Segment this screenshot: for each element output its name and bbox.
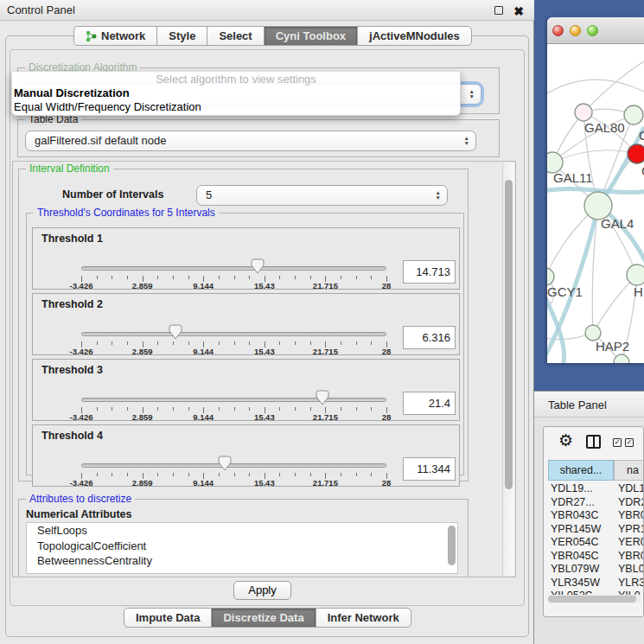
tab-cyni-toolbox[interactable]: Cyni Toolbox <box>264 26 358 46</box>
combo-arrows-icon: ▲▼ <box>436 190 441 201</box>
checkbox-icon[interactable]: ✓ <box>625 438 634 447</box>
tab-label: Style <box>169 27 195 45</box>
h-node[interactable] <box>627 265 644 285</box>
gcy1-node[interactable] <box>547 268 554 285</box>
threshold-value-field[interactable]: 14.713 <box>403 260 456 284</box>
cell-shared-name: YPR145W <box>551 523 601 537</box>
number-of-intervals-label: Number of Intervals <box>62 188 163 201</box>
checkbox-icon[interactable]: ✓ <box>613 438 622 447</box>
tab-discretize-data[interactable]: Discretize Data <box>211 608 316 628</box>
tab-select[interactable]: Select <box>207 26 264 46</box>
numerical-attributes-label: Numerical Attributes <box>26 508 131 520</box>
algorithm-option[interactable]: Equal Width/Frequency Discretization <box>12 100 460 114</box>
table-row[interactable]: YLR345WYLR3 <box>544 577 644 590</box>
close-icon[interactable]: ✖ <box>513 1 524 22</box>
table-data-select[interactable]: galFiltered.sif default node ▲▼ <box>25 131 476 151</box>
minor-tick <box>356 276 357 279</box>
tab-network[interactable]: Network <box>73 26 157 46</box>
node-label: GAL80 <box>584 120 625 135</box>
tab-label: jActiveMNodules <box>369 27 460 45</box>
table-row[interactable]: YER054CYER0 <box>544 536 644 550</box>
minor-tick <box>295 407 296 411</box>
minor-tick <box>219 407 220 411</box>
cell-name: YDL1 <box>618 482 644 496</box>
attribute-list-item[interactable]: TopologicalCoefficient <box>27 539 457 554</box>
slider-thumb[interactable] <box>169 324 182 340</box>
node-label: G. <box>639 128 644 143</box>
network-canvas[interactable]: GAL80G.CGAL11GAL4GCY1HHAP2 <box>547 44 644 363</box>
slider-track[interactable] <box>81 266 386 271</box>
table-row[interactable]: YBL079WYBL0 <box>544 563 644 577</box>
table-row[interactable]: YDR27...YDR2 <box>544 496 644 510</box>
table-row[interactable]: YBR045CYBR0 <box>544 550 644 564</box>
tick-label: -3.426 <box>70 347 93 356</box>
minor-tick <box>234 407 235 411</box>
float-window-icon[interactable] <box>494 6 503 15</box>
minor-tick <box>341 341 341 345</box>
apply-button[interactable]: Apply <box>233 581 291 600</box>
slider-track[interactable] <box>81 332 386 336</box>
settings-vertical-scrollbar[interactable] <box>502 163 514 576</box>
slider-track[interactable] <box>81 398 386 402</box>
tab-style[interactable]: Style <box>156 26 207 46</box>
threshold-label: Threshold 4 <box>41 430 103 442</box>
threshold-label: Threshold 3 <box>41 364 103 376</box>
tick-label: 9.144 <box>193 281 214 290</box>
tab-infer-network[interactable]: Infer Network <box>316 608 411 628</box>
column-header[interactable]: shared... <box>548 460 614 481</box>
table-row[interactable]: YBR043CYBR0 <box>544 509 644 523</box>
minor-tick <box>356 473 357 476</box>
network-view-window: GAL80G.CGAL11GAL4GCY1HHAP2 <box>547 17 644 363</box>
threshold-label: Threshold 2 <box>41 298 103 310</box>
tab-impute-data[interactable]: Impute Data <box>124 608 212 628</box>
tick-label: 21.715 <box>313 478 338 488</box>
threshold-value-field[interactable]: 21.4 <box>403 392 456 415</box>
split-columns-icon[interactable] <box>586 435 601 449</box>
table-row[interactable]: YDL19...YDL1 <box>544 482 644 496</box>
column-header[interactable]: na <box>614 460 644 481</box>
close-traffic-light-icon[interactable] <box>552 25 564 36</box>
gear-icon[interactable]: ⚙ <box>558 430 573 450</box>
list-scrollbar[interactable] <box>447 525 456 572</box>
node-label: H <box>634 284 643 299</box>
tab-label: Infer Network <box>328 609 399 627</box>
attribute-list-item[interactable]: BetweennessCentrality <box>27 553 457 569</box>
threshold-value-field[interactable]: 11.344 <box>403 457 456 481</box>
top-right-node[interactable] <box>624 105 643 124</box>
minor-tick <box>249 473 250 476</box>
table-horizontal-scrollbar[interactable] <box>547 595 641 603</box>
algorithm-option[interactable]: Manual Discretization <box>12 86 460 100</box>
minor-tick <box>249 341 250 345</box>
minor-tick <box>371 407 372 411</box>
minor-tick <box>234 341 235 345</box>
group-title: Threshold's Coordinates for 5 Intervals <box>34 207 219 219</box>
tick-label: 28 <box>382 478 392 488</box>
network-edge-thick <box>547 290 564 363</box>
cell-shared-name: YLR345W <box>551 577 600 590</box>
minor-tick <box>341 473 341 476</box>
algorithm-placeholder-item[interactable]: Select algorithm to view settings <box>12 72 460 86</box>
red-node[interactable] <box>628 144 644 163</box>
minor-tick <box>112 473 112 476</box>
tab-label: Impute Data <box>136 609 200 627</box>
slider-track[interactable] <box>81 463 386 468</box>
gal80-node[interactable] <box>575 104 592 121</box>
slider-thumb[interactable] <box>218 456 232 471</box>
cell-name: YBR0 <box>618 509 644 523</box>
top-tab-bar: NetworkStyleSelectCyni ToolboxjActiveMNo… <box>73 26 472 46</box>
numerical-attributes-list[interactable]: SelfLoopsTopologicalCoefficientBetweenne… <box>26 522 458 574</box>
minor-tick <box>157 341 158 345</box>
network-edge <box>583 61 644 112</box>
threshold-value-field[interactable]: 6.316 <box>403 326 456 349</box>
slider-thumb[interactable] <box>251 258 265 274</box>
zoom-traffic-light-icon[interactable] <box>587 25 598 36</box>
minor-tick <box>173 473 174 476</box>
cell-shared-name: YBR043C <box>551 509 599 523</box>
number-of-intervals-select[interactable]: 5 ▲▼ <box>196 185 448 206</box>
attribute-list-item[interactable]: SelfLoops <box>27 523 457 539</box>
tab-jactivemnodules[interactable]: jActiveMNodules <box>357 26 472 46</box>
minimize-traffic-light-icon[interactable] <box>570 25 581 36</box>
cell-shared-name: YDR27... <box>551 496 595 510</box>
slider-thumb[interactable] <box>316 390 329 405</box>
table-row[interactable]: YPR145WYPR1 <box>544 523 644 537</box>
